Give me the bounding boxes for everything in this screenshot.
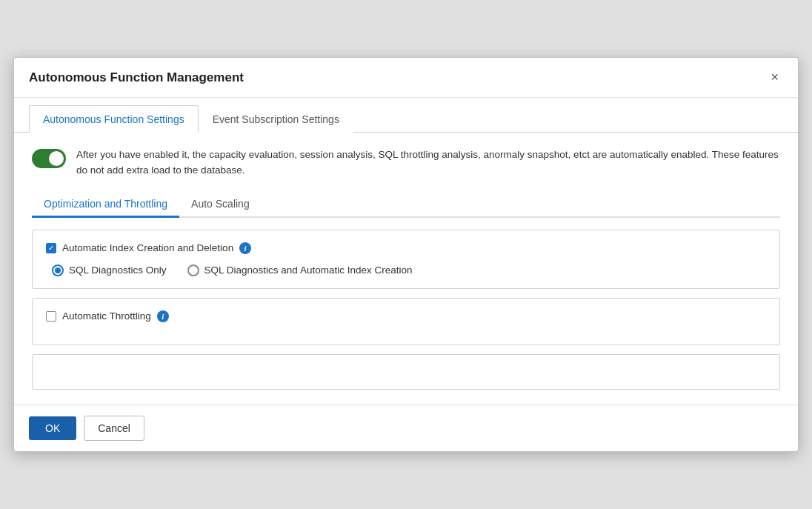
close-button[interactable]: × (766, 68, 783, 87)
cancel-button[interactable]: Cancel (84, 416, 144, 441)
radio-sql-diag-auto-circle (187, 265, 199, 276)
toggle-row: After you have enabled it, the capacity … (32, 147, 780, 179)
toggle-track (32, 149, 66, 168)
dialog-footer: OK Cancel (14, 405, 798, 451)
radio-sql-diag-auto[interactable]: SQL Diagnostics and Automatic Index Crea… (187, 265, 413, 276)
ok-button[interactable]: OK (29, 416, 76, 440)
throttling-info-icon[interactable]: i (157, 310, 169, 322)
toggle-thumb (49, 151, 64, 166)
throttling-checkbox-row: Automatic Throttling i (46, 310, 766, 322)
radio-sql-diag-only-label: SQL Diagnostics Only (69, 265, 167, 276)
toggle-description: After you have enabled it, the capacity … (76, 147, 780, 179)
index-creation-checkbox[interactable] (46, 243, 56, 253)
dialog-body: Autonomous Function Settings Event Subsc… (14, 98, 798, 405)
dialog-header: Autonomous Function Management × (14, 58, 798, 98)
index-creation-label: Automatic Index Creation and Deletion (62, 242, 233, 253)
tab-event-subscription[interactable]: Event Subscription Settings (199, 105, 353, 133)
autonomous-toggle[interactable] (32, 149, 66, 168)
index-creation-checkbox-row: Automatic Index Creation and Deletion i (46, 242, 766, 254)
sub-tab-autoscaling[interactable]: Auto Scaling (179, 192, 262, 218)
index-creation-info-icon[interactable]: i (239, 242, 251, 254)
radio-row: SQL Diagnostics Only SQL Diagnostics and… (46, 265, 766, 276)
sub-tab-optimization[interactable]: Optimization and Throttling (32, 192, 179, 218)
main-tabs: Autonomous Function Settings Event Subsc… (14, 98, 798, 133)
sub-tabs: Optimization and Throttling Auto Scaling (32, 192, 780, 218)
dialog-title: Autonomous Function Management (29, 70, 244, 85)
throttling-label: Automatic Throttling (62, 310, 151, 322)
tab-autonomous[interactable]: Autonomous Function Settings (29, 105, 199, 133)
radio-sql-diag-only[interactable]: SQL Diagnostics Only (52, 265, 167, 276)
radio-sql-diag-only-circle (52, 265, 64, 276)
content-area: After you have enabled it, the capacity … (14, 133, 798, 405)
index-creation-section: Automatic Index Creation and Deletion i … (32, 230, 780, 289)
throttling-checkbox[interactable] (46, 311, 56, 322)
throttling-section: Automatic Throttling i (32, 298, 780, 345)
partial-section (32, 354, 780, 390)
dialog: Autonomous Function Management × Autonom… (13, 57, 799, 452)
radio-sql-diag-auto-label: SQL Diagnostics and Automatic Index Crea… (204, 265, 413, 276)
